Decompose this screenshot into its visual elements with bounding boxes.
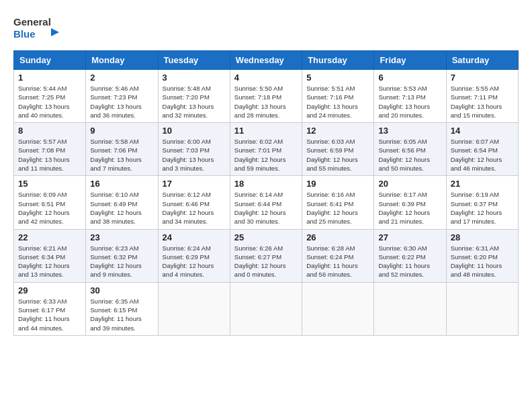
calendar-cell: [302, 282, 374, 335]
day-number: 21: [451, 179, 514, 189]
calendar-cell: 22Sunrise: 6:21 AM Sunset: 6:34 PM Dayli…: [14, 229, 86, 282]
day-info: Sunrise: 6:26 AM Sunset: 6:27 PM Dayligh…: [234, 244, 298, 279]
calendar-cell: [374, 282, 446, 335]
day-number: 1: [18, 73, 81, 83]
day-info: Sunrise: 6:23 AM Sunset: 6:32 PM Dayligh…: [90, 244, 153, 279]
calendar-cell: [230, 282, 302, 335]
calendar-cell: 11Sunrise: 6:02 AM Sunset: 7:01 PM Dayli…: [230, 123, 302, 176]
logo: General Blue: [13, 13, 67, 44]
day-info: Sunrise: 6:19 AM Sunset: 6:37 PM Dayligh…: [451, 190, 514, 226]
day-number: 29: [18, 285, 81, 295]
calendar-cell: 17Sunrise: 6:12 AM Sunset: 6:46 PM Dayli…: [158, 176, 230, 229]
day-number: 22: [18, 232, 81, 242]
day-number: 20: [378, 179, 441, 189]
day-number: 7: [451, 73, 514, 83]
day-info: Sunrise: 6:07 AM Sunset: 6:54 PM Dayligh…: [451, 137, 514, 173]
calendar-cell: 1Sunrise: 5:44 AM Sunset: 7:25 PM Daylig…: [14, 70, 86, 123]
weekday-header-row: SundayMondayTuesdayWednesdayThursdayFrid…: [14, 51, 519, 70]
calendar-cell: 8Sunrise: 5:57 AM Sunset: 7:08 PM Daylig…: [14, 123, 86, 176]
calendar-week-row: 8Sunrise: 5:57 AM Sunset: 7:08 PM Daylig…: [14, 123, 519, 176]
weekday-header-wednesday: Wednesday: [230, 51, 302, 70]
calendar-cell: 6Sunrise: 5:53 AM Sunset: 7:13 PM Daylig…: [374, 70, 446, 123]
calendar-cell: 9Sunrise: 5:58 AM Sunset: 7:06 PM Daylig…: [86, 123, 158, 176]
calendar-cell: [446, 282, 518, 335]
day-number: 23: [90, 232, 153, 242]
day-info: Sunrise: 6:02 AM Sunset: 7:01 PM Dayligh…: [234, 137, 298, 173]
day-number: 11: [234, 126, 298, 136]
calendar-cell: 20Sunrise: 6:17 AM Sunset: 6:39 PM Dayli…: [374, 176, 446, 229]
weekday-header-thursday: Thursday: [302, 51, 374, 70]
day-number: 16: [90, 179, 153, 189]
calendar-table: SundayMondayTuesdayWednesdayThursdayFrid…: [13, 50, 519, 336]
day-info: Sunrise: 6:30 AM Sunset: 6:22 PM Dayligh…: [378, 244, 441, 279]
day-number: 25: [234, 232, 298, 242]
calendar-cell: 10Sunrise: 6:00 AM Sunset: 7:03 PM Dayli…: [158, 123, 230, 176]
calendar-cell: 2Sunrise: 5:46 AM Sunset: 7:23 PM Daylig…: [86, 70, 158, 123]
calendar-cell: 26Sunrise: 6:28 AM Sunset: 6:24 PM Dayli…: [302, 229, 374, 282]
day-info: Sunrise: 6:14 AM Sunset: 6:44 PM Dayligh…: [234, 190, 298, 226]
day-info: Sunrise: 5:48 AM Sunset: 7:20 PM Dayligh…: [163, 84, 226, 120]
weekday-header-saturday: Saturday: [446, 51, 518, 70]
calendar-cell: 30Sunrise: 6:35 AM Sunset: 6:15 PM Dayli…: [86, 282, 158, 335]
day-info: Sunrise: 5:51 AM Sunset: 7:16 PM Dayligh…: [306, 84, 369, 120]
day-number: 4: [234, 73, 298, 83]
day-info: Sunrise: 6:35 AM Sunset: 6:15 PM Dayligh…: [90, 297, 153, 332]
day-number: 9: [90, 126, 153, 136]
day-number: 5: [306, 73, 369, 83]
calendar-cell: 27Sunrise: 6:30 AM Sunset: 6:22 PM Dayli…: [374, 229, 446, 282]
day-info: Sunrise: 5:53 AM Sunset: 7:13 PM Dayligh…: [378, 84, 441, 120]
day-number: 30: [90, 285, 153, 295]
day-number: 2: [90, 73, 153, 83]
day-info: Sunrise: 6:17 AM Sunset: 6:39 PM Dayligh…: [378, 190, 441, 226]
calendar-cell: 16Sunrise: 6:10 AM Sunset: 6:49 PM Dayli…: [86, 176, 158, 229]
day-info: Sunrise: 5:44 AM Sunset: 7:25 PM Dayligh…: [18, 84, 81, 120]
day-info: Sunrise: 6:09 AM Sunset: 6:51 PM Dayligh…: [18, 190, 81, 226]
day-number: 6: [378, 73, 441, 83]
day-info: Sunrise: 5:46 AM Sunset: 7:23 PM Dayligh…: [90, 84, 153, 120]
day-number: 3: [163, 73, 226, 83]
day-number: 28: [451, 232, 514, 242]
calendar-cell: 4Sunrise: 5:50 AM Sunset: 7:18 PM Daylig…: [230, 70, 302, 123]
day-info: Sunrise: 6:10 AM Sunset: 6:49 PM Dayligh…: [90, 190, 153, 226]
day-number: 8: [18, 126, 81, 136]
weekday-header-monday: Monday: [86, 51, 158, 70]
day-number: 10: [163, 126, 226, 136]
calendar-cell: 14Sunrise: 6:07 AM Sunset: 6:54 PM Dayli…: [446, 123, 518, 176]
calendar-week-row: 15Sunrise: 6:09 AM Sunset: 6:51 PM Dayli…: [14, 176, 519, 229]
day-info: Sunrise: 6:28 AM Sunset: 6:24 PM Dayligh…: [306, 244, 369, 279]
day-info: Sunrise: 6:05 AM Sunset: 6:56 PM Dayligh…: [378, 137, 441, 173]
calendar-cell: 12Sunrise: 6:03 AM Sunset: 6:59 PM Dayli…: [302, 123, 374, 176]
day-info: Sunrise: 6:12 AM Sunset: 6:46 PM Dayligh…: [163, 190, 226, 226]
day-number: 17: [163, 179, 226, 189]
day-number: 27: [378, 232, 441, 242]
calendar-cell: 13Sunrise: 6:05 AM Sunset: 6:56 PM Dayli…: [374, 123, 446, 176]
day-number: 26: [306, 232, 369, 242]
day-info: Sunrise: 5:58 AM Sunset: 7:06 PM Dayligh…: [90, 137, 153, 173]
calendar-cell: 18Sunrise: 6:14 AM Sunset: 6:44 PM Dayli…: [230, 176, 302, 229]
calendar-cell: 23Sunrise: 6:23 AM Sunset: 6:32 PM Dayli…: [86, 229, 158, 282]
day-number: 12: [306, 126, 369, 136]
day-number: 18: [234, 179, 298, 189]
logo-svg: General Blue: [13, 13, 67, 44]
calendar-cell: 24Sunrise: 6:24 AM Sunset: 6:29 PM Dayli…: [158, 229, 230, 282]
day-number: 19: [306, 179, 369, 189]
svg-text:General: General: [13, 16, 51, 28]
day-number: 14: [451, 126, 514, 136]
svg-marker-1: [51, 28, 59, 36]
calendar-cell: 3Sunrise: 5:48 AM Sunset: 7:20 PM Daylig…: [158, 70, 230, 123]
calendar-cell: 29Sunrise: 6:33 AM Sunset: 6:17 PM Dayli…: [14, 282, 86, 335]
calendar-cell: 7Sunrise: 5:55 AM Sunset: 7:11 PM Daylig…: [446, 70, 518, 123]
day-info: Sunrise: 6:03 AM Sunset: 6:59 PM Dayligh…: [306, 137, 369, 173]
day-info: Sunrise: 5:57 AM Sunset: 7:08 PM Dayligh…: [18, 137, 81, 173]
page-header: General Blue: [13, 13, 519, 44]
calendar-cell: 15Sunrise: 6:09 AM Sunset: 6:51 PM Dayli…: [14, 176, 86, 229]
calendar-cell: 19Sunrise: 6:16 AM Sunset: 6:41 PM Dayli…: [302, 176, 374, 229]
calendar-cell: [158, 282, 230, 335]
weekday-header-friday: Friday: [374, 51, 446, 70]
calendar-cell: 21Sunrise: 6:19 AM Sunset: 6:37 PM Dayli…: [446, 176, 518, 229]
day-info: Sunrise: 5:50 AM Sunset: 7:18 PM Dayligh…: [234, 84, 298, 120]
day-info: Sunrise: 6:21 AM Sunset: 6:34 PM Dayligh…: [18, 244, 81, 279]
day-info: Sunrise: 6:00 AM Sunset: 7:03 PM Dayligh…: [163, 137, 226, 173]
day-info: Sunrise: 6:16 AM Sunset: 6:41 PM Dayligh…: [306, 190, 369, 226]
day-number: 24: [163, 232, 226, 242]
